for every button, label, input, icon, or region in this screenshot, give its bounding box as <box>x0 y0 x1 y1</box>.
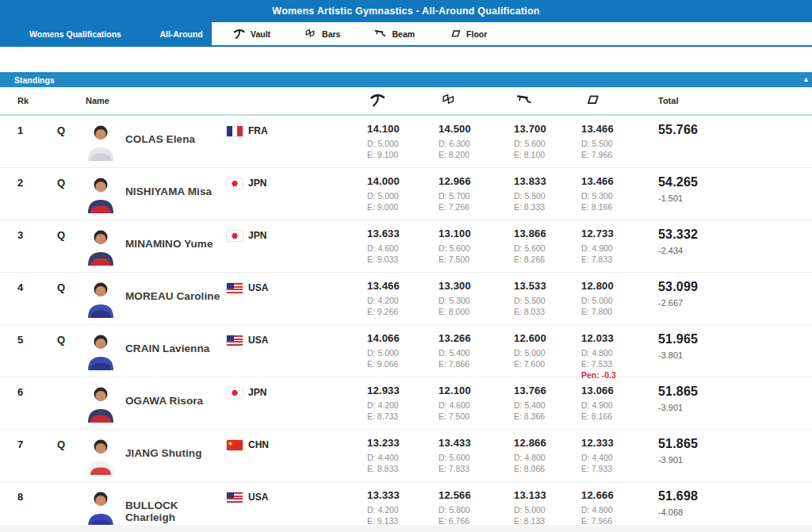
athlete-photo <box>83 280 118 318</box>
nationality-cell: JPN <box>222 228 361 241</box>
gap-to-leader: -2.667 <box>658 298 812 308</box>
score-cell-floor: 12.333 D: 4.400 E: 7.933 <box>575 437 652 474</box>
table-row[interactable]: 5 Q CRAIN Lavienna USA 14.066 D: 5.000 E… <box>0 325 812 377</box>
athlete-photo <box>83 489 118 525</box>
vault-e-score: E: 8.833 <box>367 463 432 474</box>
score-cell-floor: 12.666 D: 4.800 E: 7.966 Pen: -0.1 <box>575 489 652 525</box>
floor-icon <box>583 91 600 109</box>
table-row[interactable]: 7 Q JIANG Shuting CHN 13.233 D: 4.400 E:… <box>0 430 812 482</box>
vault-d-score: D: 4.200 <box>367 400 432 411</box>
column-header-vault <box>361 91 432 110</box>
page-title: Womens Artistic Gymnastics - All-Around … <box>272 6 539 17</box>
athlete-name: MOREAU Caroline <box>123 290 222 302</box>
tab-vault[interactable]: Vault <box>232 27 270 40</box>
athlete-name: CRAIN Lavienna <box>123 343 222 354</box>
score-cell-bars: 13.300 D: 5.300 E: 8.000 <box>432 280 508 317</box>
beam-e-score: E: 7.600 <box>514 358 575 369</box>
bars-icon <box>304 27 317 40</box>
floor-score: 12.733 <box>581 228 652 239</box>
total-cell: 53.099 -2.667 <box>652 280 812 308</box>
score-cell-beam: 13.700 D: 5.600 E: 8.100 <box>508 123 575 160</box>
beam-d-score: D: 4.800 <box>514 452 575 463</box>
beam-d-score: D: 5.000 <box>514 347 575 358</box>
rank-value: 3 <box>0 228 48 241</box>
floor-e-score: E: 7.833 <box>581 254 652 265</box>
country-code: JPN <box>248 230 266 241</box>
tab-bar: Womens Qualifications All-Around Vault B… <box>0 22 812 47</box>
beam-e-score: E: 8.033 <box>514 306 575 317</box>
floor-d-score: D: 4.400 <box>581 452 652 463</box>
floor-score: 13.466 <box>581 123 652 135</box>
floor-score: 13.066 <box>581 385 652 396</box>
table-row[interactable]: 6 OGAWA Risora JPN 12.933 D: 4.200 E: 8.… <box>0 377 812 430</box>
beam-e-score: E: 8.333 <box>514 201 575 212</box>
beam-score: 13.866 <box>514 228 575 239</box>
tab-bars[interactable]: Bars <box>304 27 340 40</box>
vault-score: 14.100 <box>367 123 432 135</box>
floor-score: 12.666 <box>581 489 652 501</box>
country-flag-icon <box>227 440 243 450</box>
beam-score: 12.866 <box>514 437 575 449</box>
tab-all-around[interactable]: All-Around <box>151 22 212 45</box>
nationality-cell: FRA <box>222 123 361 136</box>
apparatus-tabs: Vault Bars Beam Floor <box>232 22 487 45</box>
table-row[interactable]: 3 Q MINAMINO Yume JPN 13.633 D: 4.600 E:… <box>0 220 812 273</box>
floor-penalty: Pen: -0.3 <box>581 369 652 381</box>
total-cell: 51.865 -3.901 <box>652 437 812 465</box>
floor-d-score: D: 5.300 <box>581 190 652 201</box>
table-row[interactable]: 8 BULLOCK Charleigh USA 13.333 D: 4.200 … <box>0 482 812 525</box>
country-flag-icon <box>227 231 243 241</box>
floor-e-score: E: 7.800 <box>581 306 652 317</box>
qualified-badge: Q <box>48 123 79 136</box>
athlete-avatar <box>79 175 123 213</box>
country-flag-icon <box>227 335 243 346</box>
standings-table-body: 1 Q COLAS Elena FRA 14.100 D: 5.000 E: 9… <box>0 116 812 525</box>
table-row[interactable]: 2 Q NISHIYAMA Misa JPN 14.000 D: 5.000 E… <box>0 168 812 220</box>
nationality-cell: USA <box>222 280 361 293</box>
column-header-beam <box>508 91 575 110</box>
vault-d-score: D: 4.600 <box>367 243 432 254</box>
bars-score: 12.966 <box>439 175 508 187</box>
qualified-badge: Q <box>48 228 79 241</box>
tab-womens-qualifications[interactable]: Womens Qualifications <box>0 22 151 45</box>
score-cell-vault: 14.066 D: 5.000 E: 9.066 <box>361 332 432 369</box>
bars-e-score: E: 7.500 <box>439 411 508 422</box>
chevron-up-icon[interactable]: ▲ <box>802 75 810 83</box>
bars-d-score: D: 5.600 <box>439 243 508 254</box>
score-cell-vault: 13.466 D: 4.200 E: 9.266 <box>361 280 432 317</box>
total-score: 51.965 <box>658 332 812 346</box>
bars-d-score: D: 5.800 <box>439 504 508 515</box>
beam-d-score: D: 5.500 <box>514 190 575 201</box>
tab-floor[interactable]: Floor <box>448 27 487 40</box>
table-row[interactable]: 1 Q COLAS Elena FRA 14.100 D: 5.000 E: 9… <box>0 116 812 168</box>
total-cell: 51.698 -4.068 <box>652 489 812 517</box>
floor-d-score: D: 5.500 <box>581 138 652 149</box>
beam-d-score: D: 5.600 <box>514 138 575 149</box>
tab-vault-label: Vault <box>251 29 270 39</box>
country-code: JPN <box>248 387 266 398</box>
beam-score: 13.766 <box>514 385 575 396</box>
floor-icon <box>448 27 462 40</box>
country-code: USA <box>248 492 268 503</box>
rank-value: 6 <box>0 385 48 398</box>
athlete-photo <box>83 437 118 475</box>
standings-header-bar: Standings ▲ <box>0 72 812 87</box>
score-cell-floor: 12.733 D: 4.900 E: 7.833 <box>575 228 652 265</box>
table-row[interactable]: 4 Q MOREAU Caroline USA 13.466 D: 4.200 … <box>0 273 812 325</box>
bars-e-score: E: 7.833 <box>439 463 508 474</box>
score-cell-bars: 13.100 D: 5.600 E: 7.500 <box>432 228 508 265</box>
vault-e-score: E: 9.133 <box>367 515 432 525</box>
floor-e-score: E: 7.533 <box>581 358 652 369</box>
table-header-row: Rk Name Total <box>0 87 812 116</box>
score-cell-vault: 13.233 D: 4.400 E: 8.833 <box>361 437 432 474</box>
floor-d-score: D: 4.900 <box>581 400 652 411</box>
floor-d-score: D: 5.000 <box>581 295 652 306</box>
bars-e-score: E: 7.866 <box>439 358 508 369</box>
athlete-avatar <box>79 332 123 370</box>
qualified-badge: Q <box>48 332 79 346</box>
bars-d-score: D: 5.700 <box>439 190 508 201</box>
country-flag-icon <box>227 388 243 398</box>
tab-floor-label: Floor <box>466 29 487 39</box>
tab-beam[interactable]: Beam <box>373 27 415 40</box>
tab-bars-label: Bars <box>322 29 340 39</box>
